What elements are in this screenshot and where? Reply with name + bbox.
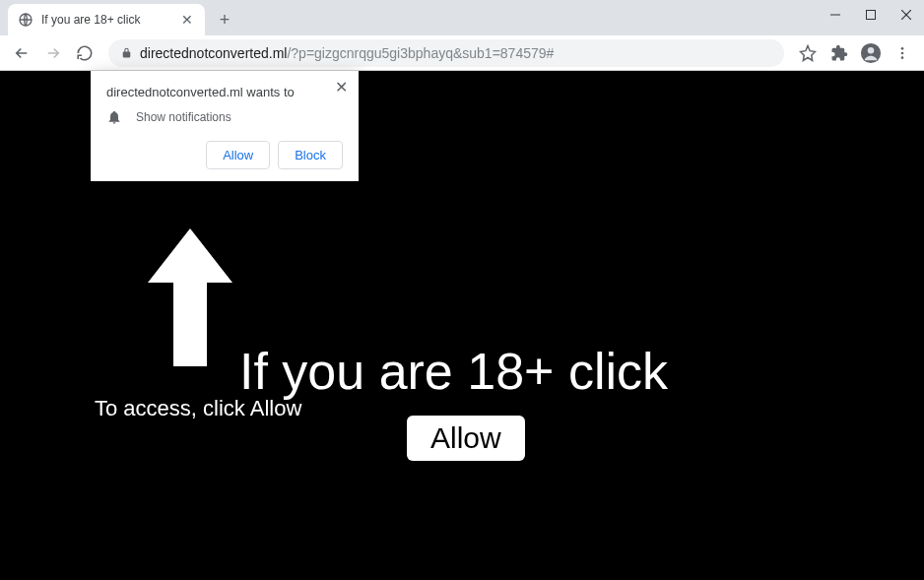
- url-path: /?p=gizgcnrqgu5gi3bphayq&sub1=874579#: [287, 45, 554, 61]
- url-text: directednotconverted.ml/?p=gizgcnrqgu5gi…: [140, 45, 774, 61]
- page-allow-button[interactable]: Allow: [407, 416, 525, 461]
- address-bar[interactable]: directednotconverted.ml/?p=gizgcnrqgu5gi…: [108, 39, 784, 67]
- profile-icon[interactable]: [857, 39, 885, 67]
- extensions-icon[interactable]: [825, 39, 853, 67]
- page-content: ✕ directednotconverted.ml wants to Show …: [0, 71, 924, 580]
- back-button[interactable]: [8, 39, 35, 67]
- url-domain: directednotconverted.ml: [140, 45, 287, 61]
- close-window-button[interactable]: [889, 0, 924, 30]
- window-controls: [818, 0, 924, 30]
- svg-point-6: [868, 47, 874, 53]
- lock-icon: [118, 45, 134, 61]
- forward-button[interactable]: [39, 39, 67, 67]
- permission-row: Show notifications: [106, 109, 343, 125]
- page-headline: If you are 18+ click: [239, 342, 668, 401]
- minimize-button[interactable]: [818, 0, 853, 30]
- popup-buttons: Allow Block: [106, 141, 343, 169]
- svg-point-8: [901, 51, 904, 54]
- block-button[interactable]: Block: [278, 141, 343, 169]
- reload-button[interactable]: [71, 39, 99, 67]
- bell-icon: [106, 109, 122, 125]
- new-tab-button[interactable]: +: [211, 6, 238, 33]
- maximize-button[interactable]: [853, 0, 889, 30]
- toolbar: directednotconverted.ml/?p=gizgcnrqgu5gi…: [0, 35, 924, 71]
- arrow-up-icon: [148, 228, 232, 368]
- notification-permission-popup: ✕ directednotconverted.ml wants to Show …: [91, 71, 359, 181]
- bookmark-star-icon[interactable]: [794, 39, 822, 67]
- tab-close-icon[interactable]: ✕: [179, 12, 195, 28]
- allow-button[interactable]: Allow: [206, 141, 270, 169]
- popup-origin-text: directednotconverted.ml wants to: [106, 85, 343, 99]
- popup-close-icon[interactable]: ✕: [333, 79, 349, 95]
- svg-point-7: [901, 47, 904, 50]
- menu-icon[interactable]: [889, 39, 916, 67]
- permission-label: Show notifications: [136, 110, 231, 124]
- titlebar: If you are 18+ click ✕ +: [0, 0, 924, 35]
- browser-tab[interactable]: If you are 18+ click ✕: [8, 4, 205, 35]
- tab-title: If you are 18+ click: [41, 13, 179, 27]
- svg-point-9: [901, 56, 904, 59]
- globe-icon: [18, 12, 33, 28]
- page-subtext: To access, click Allow: [95, 396, 301, 421]
- svg-rect-2: [867, 11, 876, 20]
